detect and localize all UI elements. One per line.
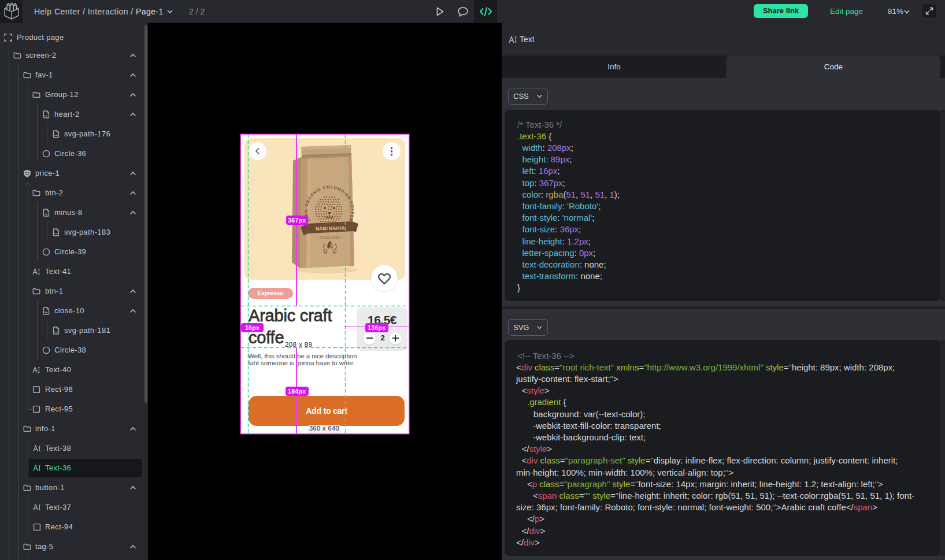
svg-text:NABI NAHUI: NABI NAHUI bbox=[316, 225, 344, 231]
svg-text:— SINCE 2020 —: — SINCE 2020 — bbox=[316, 236, 344, 239]
